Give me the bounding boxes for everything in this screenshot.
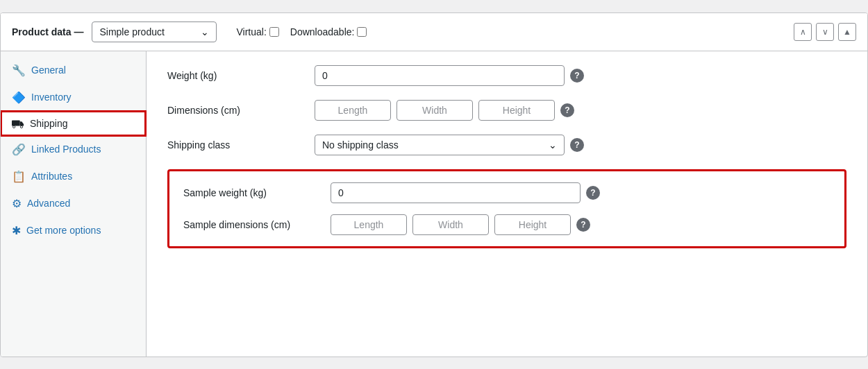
panel-body: 🔧 General 🔷 Inventory Shipping <box>1 51 867 357</box>
sidebar-item-inventory-label: Inventory <box>31 92 72 103</box>
shipping-class-value: No shipping class <box>322 139 399 151</box>
collapse-down-button[interactable]: ∨ <box>816 23 834 41</box>
sidebar-item-linked-products-label: Linked Products <box>31 144 101 155</box>
width-input[interactable] <box>397 100 473 121</box>
chevron-down-icon: ⌄ <box>201 26 209 37</box>
dimensions-field-row: Dimensions (cm) ? <box>167 100 846 121</box>
sidebar-item-get-more-options-label: Get more options <box>26 225 101 236</box>
link-icon: 🔗 <box>12 143 26 156</box>
weight-controls: ? <box>315 65 846 86</box>
sample-weight-label: Sample weight (kg) <box>183 187 322 198</box>
sample-weight-field-row: Sample weight (kg) ? <box>183 182 831 203</box>
star-icon: ✱ <box>12 224 21 237</box>
sample-dimensions-help-icon[interactable]: ? <box>576 218 590 232</box>
shipping-class-select[interactable]: No shipping class ⌄ <box>315 135 565 155</box>
product-type-value: Simple product <box>99 26 164 37</box>
weight-help-icon[interactable]: ? <box>570 69 584 83</box>
wrench-icon: 🔧 <box>12 64 26 77</box>
product-type-select[interactable]: Simple product ⌄ <box>92 22 217 42</box>
sidebar: 🔧 General 🔷 Inventory Shipping <box>1 51 147 357</box>
dimensions-help-icon[interactable]: ? <box>560 103 574 117</box>
collapse-up-button[interactable]: ∧ <box>794 23 812 41</box>
collapse-button[interactable]: ▲ <box>838 23 856 41</box>
virtual-checkbox[interactable] <box>269 27 279 37</box>
sample-weight-help-icon[interactable]: ? <box>586 186 600 200</box>
sidebar-item-general-label: General <box>31 65 66 76</box>
sidebar-item-linked-products[interactable]: 🔗 Linked Products <box>1 136 146 163</box>
gear-icon: ⚙ <box>12 197 22 210</box>
truck-icon <box>12 119 24 128</box>
product-data-panel: Product data — Simple product ⌄ Virtual:… <box>0 12 868 357</box>
sample-width-input[interactable] <box>412 214 489 235</box>
shipping-class-label: Shipping class <box>167 139 306 151</box>
sidebar-item-shipping[interactable]: Shipping <box>1 111 146 136</box>
sidebar-item-advanced-label: Advanced <box>27 198 70 209</box>
svg-point-1 <box>13 126 15 128</box>
shipping-class-help-icon[interactable]: ? <box>570 138 584 152</box>
sample-height-input[interactable] <box>494 214 571 235</box>
sidebar-item-advanced[interactable]: ⚙ Advanced <box>1 190 146 217</box>
shipping-class-chevron-icon: ⌄ <box>549 139 557 151</box>
sample-dimensions-label: Sample dimensions (cm) <box>183 219 322 230</box>
sample-section: Sample weight (kg) ? Sample dimensions (… <box>167 169 846 248</box>
main-content: Weight (kg) ? Dimensions (cm) ? Shipping <box>147 51 867 357</box>
sample-dimensions-controls: ? <box>331 214 831 235</box>
sidebar-item-attributes[interactable]: 📋 Attributes <box>1 163 146 190</box>
sample-weight-input[interactable] <box>331 182 581 203</box>
length-input[interactable] <box>315 100 391 121</box>
downloadable-label-text: Downloadable: <box>290 26 355 37</box>
sample-weight-controls: ? <box>331 182 831 203</box>
weight-input[interactable] <box>315 65 565 86</box>
svg-point-2 <box>20 126 22 128</box>
sidebar-item-get-more-options[interactable]: ✱ Get more options <box>1 217 146 244</box>
virtual-label-text: Virtual: <box>236 26 266 37</box>
table-icon: 📋 <box>12 170 26 183</box>
shipping-class-controls: No shipping class ⌄ ? <box>315 135 846 155</box>
sidebar-item-attributes-label: Attributes <box>31 171 72 182</box>
downloadable-checkbox[interactable] <box>357 27 367 37</box>
dimensions-controls: ? <box>315 100 846 121</box>
height-input[interactable] <box>478 100 555 121</box>
dimensions-label: Dimensions (cm) <box>167 105 306 116</box>
virtual-downloadable-group: Virtual: Downloadable: <box>236 26 367 37</box>
weight-label: Weight (kg) <box>167 70 306 81</box>
downloadable-label[interactable]: Downloadable: <box>290 26 367 37</box>
inventory-icon: 🔷 <box>12 91 26 104</box>
panel-title: Product data — <box>12 26 83 37</box>
sample-length-input[interactable] <box>331 214 407 235</box>
sample-dimensions-field-row: Sample dimensions (cm) ? <box>183 214 831 235</box>
header-arrows: ∧ ∨ ▲ <box>794 23 856 41</box>
shipping-class-field-row: Shipping class No shipping class ⌄ ? <box>167 135 846 155</box>
virtual-label[interactable]: Virtual: <box>236 26 278 37</box>
weight-field-row: Weight (kg) ? <box>167 65 846 86</box>
svg-rect-0 <box>12 120 20 126</box>
panel-header: Product data — Simple product ⌄ Virtual:… <box>1 13 867 51</box>
sidebar-item-general[interactable]: 🔧 General <box>1 57 146 84</box>
sidebar-item-shipping-label: Shipping <box>30 118 68 129</box>
sidebar-item-inventory[interactable]: 🔷 Inventory <box>1 84 146 111</box>
